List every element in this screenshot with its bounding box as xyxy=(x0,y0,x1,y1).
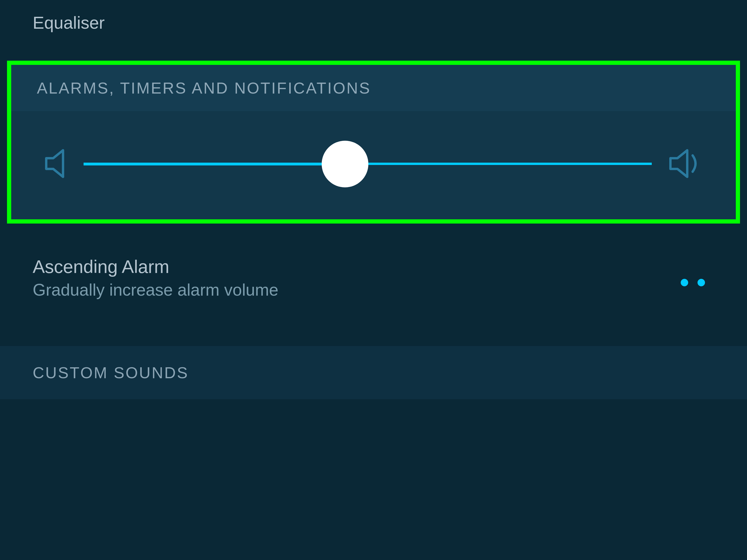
alarms-header-text: ALARMS, TIMERS AND NOTIFICATIONS xyxy=(37,79,710,97)
ascending-alarm-text: Ascending Alarm Gradually increase alarm… xyxy=(33,256,278,299)
loading-indicator xyxy=(681,279,714,286)
alarms-section-highlighted: ALARMS, TIMERS AND NOTIFICATIONS xyxy=(7,61,740,223)
alarms-section-header: ALARMS, TIMERS AND NOTIFICATIONS xyxy=(11,65,736,111)
equaliser-label: Equaliser xyxy=(33,13,714,33)
volume-slider-container xyxy=(11,111,736,219)
slider-handle[interactable] xyxy=(322,141,368,187)
dot-icon xyxy=(697,279,705,286)
speaker-loud-icon[interactable] xyxy=(668,149,703,180)
ascending-alarm-title: Ascending Alarm xyxy=(33,256,278,277)
custom-sounds-header: CUSTOM SOUNDS xyxy=(0,346,747,399)
slider-track-remaining xyxy=(345,163,652,165)
ascending-alarm-subtitle: Gradually increase alarm volume xyxy=(33,280,278,299)
slider-track-filled xyxy=(83,163,345,165)
equaliser-row[interactable]: Equaliser xyxy=(0,0,747,61)
dot-icon xyxy=(681,279,688,286)
ascending-alarm-row[interactable]: Ascending Alarm Gradually increase alarm… xyxy=(0,223,747,346)
custom-sounds-text: CUSTOM SOUNDS xyxy=(33,364,714,382)
volume-slider[interactable] xyxy=(83,163,652,165)
speaker-mute-icon[interactable] xyxy=(44,149,67,180)
